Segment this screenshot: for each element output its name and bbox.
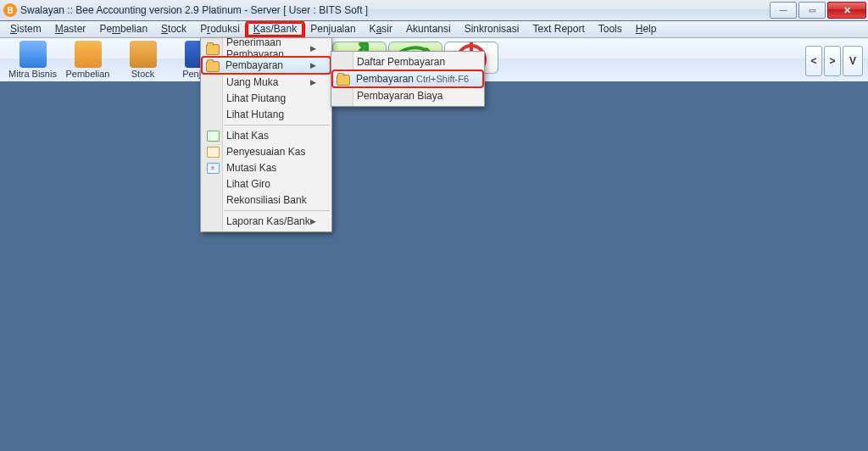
kasbank-item-lihat-giro[interactable]: Lihat Giro <box>203 176 330 192</box>
menu-help[interactable]: Help <box>629 22 664 36</box>
kasbank-item-rekonsiliasi-bank[interactable]: Rekonsiliasi Bank <box>203 192 330 208</box>
menu-pembelian[interactable]: Pembelian <box>92 22 154 36</box>
submenu-arrow-icon: ▶ <box>310 44 316 53</box>
menu-text-report[interactable]: Text Report <box>526 22 591 36</box>
toolbar-label: Pembelian <box>60 69 115 79</box>
submenu-arrow-icon: ▶ <box>310 78 316 86</box>
menu-label: Lihat Giro <box>226 178 270 190</box>
toolbar-mitra-bisnis[interactable]: Mitra Bisnis <box>5 38 60 83</box>
dropdown-pembayaran: Daftar PembayaranPembayaranCtrl+Shift-F6… <box>331 51 485 107</box>
toolbar-label: Stock <box>115 69 170 79</box>
close-button[interactable]: ✕ <box>827 2 866 19</box>
adjust-icon <box>206 145 220 159</box>
kasbank-separator <box>224 210 330 211</box>
menu-label: Pembayaran <box>225 59 283 71</box>
kasbank-item-lihat-hutang[interactable]: Lihat Hutang <box>203 107 330 122</box>
app-icon: B <box>3 3 17 17</box>
folder-icon <box>337 72 350 86</box>
menu-penjualan[interactable]: Penjualan <box>303 22 362 36</box>
pembayaran-item-pembayaran-biaya[interactable]: Pembayaran Biaya <box>333 88 482 103</box>
folder-icon <box>206 58 220 72</box>
nav-v[interactable]: V <box>843 46 863 76</box>
shelf-icon <box>75 41 102 68</box>
submenu-arrow-icon: ▶ <box>310 61 316 70</box>
submenu-arrow-icon: ▶ <box>310 217 316 226</box>
mutasi-icon: ± <box>206 161 220 175</box>
menu-label: Pembayaran <box>356 73 414 85</box>
toolbar-pembelian[interactable]: Pembelian <box>60 38 115 83</box>
kasbank-item-penyesuaian-kas[interactable]: Penyesuaian Kas <box>203 144 330 159</box>
menu-label: Lihat Hutang <box>226 109 284 120</box>
workspace <box>0 81 868 451</box>
titlebar: B Swalayan :: Bee Accounting version 2.9… <box>0 0 868 21</box>
books-icon <box>19 41 47 68</box>
menu-tools[interactable]: Tools <box>592 22 629 36</box>
pembayaran-item-pembayaran[interactable]: PembayaranCtrl+Shift-F6 <box>332 70 483 87</box>
menu-label: Lihat Kas <box>226 130 269 142</box>
nav-next[interactable]: > <box>824 46 841 76</box>
dropdown-kasbank: Penerimaan Pembayaran▶Pembayaran▶Uang Mu… <box>200 37 332 232</box>
minimize-button[interactable]: — <box>770 2 797 19</box>
list-icon <box>206 129 220 142</box>
kasbank-item-uang-muka[interactable]: Uang Muka▶ <box>203 75 330 90</box>
menu-label: Penyesuaian Kas <box>226 146 305 158</box>
shortcut-label: Ctrl+Shift-F6 <box>416 74 469 84</box>
kasbank-item-penerimaan-pembayaran[interactable]: Penerimaan Pembayaran▶ <box>203 41 330 56</box>
box-icon <box>130 41 157 68</box>
menu-label: Mutasi Kas <box>226 162 276 174</box>
folder-icon <box>206 42 220 55</box>
kasbank-separator <box>224 125 330 125</box>
menu-label: Uang Muka <box>226 76 278 88</box>
menu-master[interactable]: Master <box>48 22 93 36</box>
menu-sinkronisasi[interactable]: Sinkronisasi <box>458 22 526 36</box>
nav-prev[interactable]: < <box>805 46 822 76</box>
window-title: Swalayan :: Bee Accounting version 2.9 P… <box>20 4 368 16</box>
menu-label: Lihat Piutang <box>226 92 286 104</box>
kasbank-item-lihat-piutang[interactable]: Lihat Piutang <box>203 91 330 106</box>
kasbank-item-mutasi-kas[interactable]: ±Mutasi Kas <box>203 160 330 175</box>
menu-label: Rekonsiliasi Bank <box>226 194 307 206</box>
menu-label: Daftar Pembayaran <box>357 56 445 68</box>
menu-produksi[interactable]: Produksi <box>193 22 247 36</box>
kasbank-item-laporan-kas-bank[interactable]: Laporan Kas/Bank▶ <box>203 214 330 229</box>
menubar: SistemMasterPembelianStockProduksiKas/Ba… <box>0 21 868 38</box>
toolbar-label: Mitra Bisnis <box>5 69 60 79</box>
kasbank-item-lihat-kas[interactable]: Lihat Kas <box>203 128 330 143</box>
kasbank-item-pembayaran[interactable]: Pembayaran▶ <box>202 57 331 74</box>
menu-stock[interactable]: Stock <box>154 22 193 36</box>
menu-label: Laporan Kas/Bank <box>226 215 310 227</box>
pembayaran-item-daftar-pembayaran[interactable]: Daftar Pembayaran <box>333 54 482 70</box>
maximize-button[interactable]: ▭ <box>798 2 826 19</box>
menu-label: Pembayaran Biaya <box>357 90 442 102</box>
toolbar-stock[interactable]: Stock <box>115 38 170 83</box>
menu-kas-bank[interactable]: Kas/Bank <box>247 22 303 36</box>
menu-kasir[interactable]: Kasir <box>363 22 399 36</box>
menu-sistem[interactable]: Sistem <box>3 22 48 36</box>
menu-akuntansi[interactable]: Akuntansi <box>399 22 458 36</box>
